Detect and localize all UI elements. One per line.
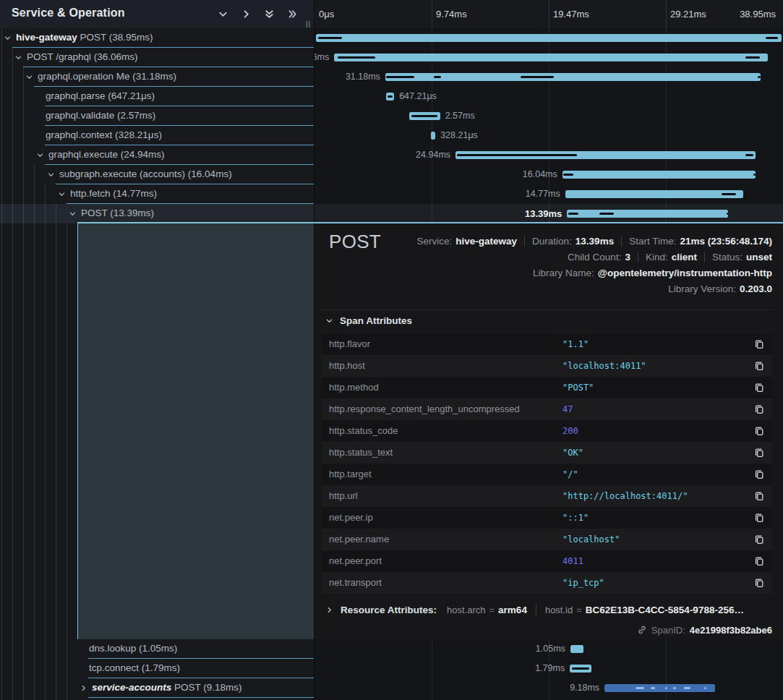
attribute-key: http.status_code	[329, 425, 398, 436]
span-tree-row[interactable]: subgraph.execute (accounts) (16.04ms)	[0, 165, 314, 184]
span-duration-bar[interactable]	[455, 151, 756, 159]
span-bar-row[interactable]: 2.57ms	[315, 106, 783, 126]
span-label: POST /graphql (36.06ms)	[27, 51, 138, 62]
chevron-down-icon[interactable]	[218, 9, 228, 20]
attribute-value: "localhost"	[562, 534, 620, 545]
span-duration-bar[interactable]	[385, 73, 761, 81]
meta-label: Status:	[712, 252, 743, 262]
span-duration-bar[interactable]	[562, 171, 756, 179]
attribute-row: http.method"POST"	[322, 377, 772, 398]
chevron-down-icon[interactable]	[69, 210, 77, 218]
span-tree-row[interactable]: graphql.execute (24.94ms)	[0, 145, 314, 165]
chevron-down-icon[interactable]	[25, 73, 33, 81]
chevron-right-icon[interactable]	[80, 684, 87, 692]
span-label: http.fetch (14.77ms)	[70, 188, 157, 199]
bar-detail-mark	[684, 687, 690, 689]
span-tree-row[interactable]: POST (13.39ms)	[0, 204, 314, 223]
column-resize-handle[interactable]: ||	[306, 20, 311, 27]
span-bar-row[interactable]: 13.39ms	[315, 204, 783, 223]
double-chevron-right-icon[interactable]	[287, 9, 298, 20]
bar-detail-mark	[673, 687, 677, 689]
span-tree-row[interactable]: graphql.parse (647.21μs)	[0, 87, 314, 106]
timeline-ruler[interactable]: 0μs9.74ms19.47ms29.21ms38.95ms	[315, 0, 783, 29]
resource-value: BC62E13B-C4CC-5854-9788-256…	[586, 605, 744, 615]
span-bar-row[interactable]: 16.04ms	[315, 165, 783, 184]
copy-button[interactable]	[753, 425, 765, 437]
operation-name: tcp.connect (1.79ms)	[89, 662, 180, 673]
span-tree-row[interactable]: service-accounts POST (9.18ms)	[0, 678, 314, 698]
copy-icon	[753, 577, 765, 589]
span-attributes-header[interactable]: Span Attributes	[325, 315, 412, 326]
chevron-right-icon[interactable]	[325, 606, 333, 614]
span-duration-bar[interactable]	[570, 645, 583, 653]
span-duration-bar[interactable]	[565, 190, 743, 198]
bar-duration-label: 13.39ms	[525, 208, 562, 219]
span-bar-row[interactable]: 647.21μs	[315, 87, 783, 106]
copy-button[interactable]	[753, 469, 765, 480]
double-chevron-down-icon[interactable]	[264, 9, 275, 20]
attribute-key: net.transport	[329, 577, 382, 588]
bar-duration-label: 328.21μs	[440, 130, 478, 140]
attribute-value: "localhost:4011"	[562, 361, 646, 371]
ruler-tick-label: 38.95ms	[740, 9, 776, 20]
meta-divider	[621, 236, 622, 247]
chevron-down-icon[interactable]	[36, 151, 44, 159]
span-bar-row[interactable]: 1.05ms	[315, 639, 783, 659]
span-duration-bar[interactable]	[334, 54, 768, 61]
copy-button[interactable]	[753, 555, 765, 567]
span-row-underline	[88, 697, 314, 698]
bar-detail-mark	[745, 154, 753, 156]
span-bar-row[interactable]	[315, 28, 783, 48]
copy-button[interactable]	[753, 512, 765, 524]
bar-detail-mark	[704, 687, 706, 689]
span-duration-bar[interactable]	[409, 112, 440, 120]
span-duration-bar[interactable]	[604, 684, 715, 692]
bar-detail-mark	[568, 213, 578, 215]
span-bar-row[interactable]: 14.77ms	[315, 184, 783, 204]
span-duration-bar[interactable]	[386, 93, 394, 101]
span-tree-row[interactable]: hive-gateway POST (38.95ms)	[0, 28, 314, 48]
span-tree-row[interactable]: graphql.validate (2.57ms)	[0, 106, 314, 126]
span-tree-row[interactable]: graphql.context (328.21μs)	[0, 126, 314, 145]
meta-label: Library Version:	[668, 283, 736, 294]
ruler-gridline	[432, 0, 432, 28]
copy-button[interactable]	[753, 382, 765, 393]
copy-button[interactable]	[753, 338, 765, 350]
span-duration-bar[interactable]	[316, 34, 782, 42]
span-tree-row[interactable]: dns.lookup (1.05ms)	[0, 639, 314, 659]
chevron-down-icon[interactable]	[4, 34, 12, 42]
span-bar-row[interactable]: 36.06ms	[315, 48, 783, 67]
chevron-down-icon[interactable]	[47, 171, 55, 179]
span-bar-row[interactable]: 24.94ms	[315, 145, 783, 165]
chevron-right-icon[interactable]	[241, 9, 252, 20]
copy-button[interactable]	[753, 534, 765, 545]
span-tree-row[interactable]: graphql.operation Me (31.18ms)	[0, 67, 314, 87]
span-tree-row[interactable]: http.fetch (14.77ms)	[0, 184, 314, 204]
detail-left-fill	[77, 223, 314, 639]
chevron-down-icon	[325, 317, 333, 325]
span-tree-row[interactable]: POST /graphql (36.06ms)	[0, 48, 314, 67]
ruler-gridline	[549, 0, 549, 28]
copy-button[interactable]	[753, 490, 765, 502]
span-bar-row[interactable]: 1.79ms	[315, 659, 783, 678]
copy-icon	[753, 338, 765, 350]
operation-name: graphql.validate (2.57ms)	[46, 110, 155, 121]
indent-guide	[34, 165, 35, 700]
span-duration-bar[interactable]	[567, 210, 728, 218]
attribute-key: net.peer.port	[329, 555, 382, 566]
link-icon[interactable]	[637, 625, 647, 635]
span-bar-row[interactable]: 9.18ms	[315, 678, 783, 698]
span-duration-bar[interactable]	[431, 132, 435, 140]
copy-button[interactable]	[753, 577, 765, 589]
copy-button[interactable]	[753, 404, 765, 415]
copy-button[interactable]	[753, 360, 765, 372]
chevron-down-icon[interactable]	[14, 54, 22, 61]
span-duration-bar[interactable]	[570, 665, 591, 673]
span-bar-row[interactable]: 328.21μs	[315, 126, 783, 145]
chevron-down-icon[interactable]	[58, 190, 66, 198]
span-bar-row[interactable]: 31.18ms	[315, 67, 783, 87]
bar-detail-mark	[636, 687, 644, 689]
span-tree-row[interactable]: tcp.connect (1.79ms)	[0, 659, 314, 678]
copy-button[interactable]	[753, 447, 765, 458]
attribute-key: http.url	[329, 490, 358, 501]
